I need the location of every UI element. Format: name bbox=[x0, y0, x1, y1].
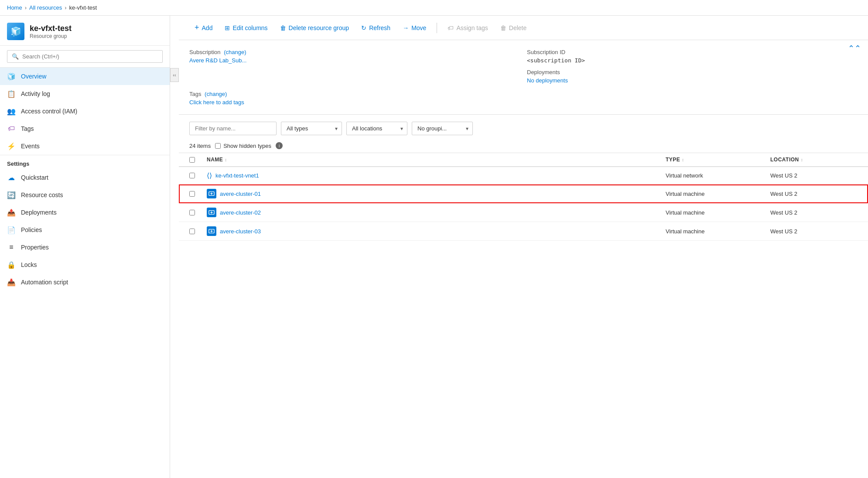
row-type: Virtual network bbox=[666, 172, 770, 179]
all-types-select-wrapper: All types bbox=[281, 122, 342, 135]
sidebar-item-access-control[interactable]: 👥 Access control (IAM) bbox=[0, 102, 170, 120]
row-type: Virtual machine bbox=[666, 228, 770, 235]
vm-icon bbox=[207, 226, 216, 236]
tags-add-link[interactable]: Click here to add tags bbox=[189, 99, 858, 106]
row-location: West US 2 bbox=[770, 209, 858, 216]
edit-columns-icon: ⊞ bbox=[225, 24, 230, 31]
row-name[interactable]: ⟨⟩ke-vfxt-test-vnet1 bbox=[207, 171, 666, 180]
move-button[interactable]: → Move bbox=[397, 21, 431, 34]
filter-name-input[interactable] bbox=[189, 122, 277, 135]
policies-icon: 📄 bbox=[7, 225, 16, 234]
row-name[interactable]: avere-cluster-02 bbox=[207, 208, 666, 217]
row-type: Virtual machine bbox=[666, 209, 770, 216]
events-icon: ⚡ bbox=[7, 142, 16, 150]
deployments-value[interactable]: No deployments bbox=[527, 77, 858, 84]
table-row: avere-cluster-02Virtual machineWest US 2 bbox=[179, 203, 868, 222]
automation-icon: 📥 bbox=[7, 278, 16, 287]
sidebar-search-container: 🔍 bbox=[0, 46, 170, 68]
sidebar-item-resource-costs[interactable]: 🔄 Resource costs bbox=[0, 186, 170, 204]
info-panel-collapse[interactable]: ⌃⌃ bbox=[848, 44, 861, 53]
sidebar-item-deployments[interactable]: 📤 Deployments bbox=[0, 204, 170, 221]
row-select-checkbox[interactable] bbox=[189, 210, 195, 215]
delete-rg-button[interactable]: 🗑 Delete resource group bbox=[275, 21, 355, 34]
sidebar-item-tags[interactable]: 🏷 Tags bbox=[0, 120, 170, 137]
table-row: avere-cluster-01Virtual machineWest US 2 bbox=[179, 184, 868, 203]
row-name-text: avere-cluster-02 bbox=[220, 209, 261, 216]
sidebar-item-quickstart-label: Quickstart bbox=[21, 174, 48, 181]
toolbar: + Add ⊞ Edit columns 🗑 Delete resource g… bbox=[179, 16, 868, 40]
delete-button[interactable]: 🗑 Delete bbox=[495, 21, 532, 34]
name-sort-icon[interactable]: ↕ bbox=[225, 157, 227, 162]
breadcrumb-home[interactable]: Home bbox=[7, 4, 22, 11]
table-header: NAME ↕ TYPE ↕ LOCATION ↕ bbox=[179, 153, 868, 167]
add-icon: + bbox=[195, 23, 199, 32]
tags-change-link[interactable]: (change) bbox=[205, 91, 227, 97]
sidebar-item-deployments-label: Deployments bbox=[21, 209, 57, 216]
sidebar-item-policies[interactable]: 📄 Policies bbox=[0, 221, 170, 239]
filter-bar: All types All locations No groupi... bbox=[179, 115, 868, 139]
sidebar-collapse-button[interactable]: ‹‹ bbox=[170, 68, 179, 82]
iam-icon: 👥 bbox=[7, 107, 16, 116]
location-sort-icon[interactable]: ↕ bbox=[801, 157, 803, 162]
breadcrumb-all-resources[interactable]: All resources bbox=[29, 4, 62, 11]
resource-table: NAME ↕ TYPE ↕ LOCATION ↕ ⟨⟩ke-vfxt-test-… bbox=[179, 153, 868, 478]
row-name[interactable]: avere-cluster-03 bbox=[207, 226, 666, 236]
deployments-label: Deployments bbox=[527, 69, 858, 75]
sidebar-item-events[interactable]: ⚡ Events bbox=[0, 137, 170, 155]
sidebar-item-automation-script[interactable]: 📥 Automation script bbox=[0, 273, 170, 291]
col-header-name: NAME ↕ bbox=[207, 157, 666, 163]
table-row: ⟨⟩ke-vfxt-test-vnet1Virtual networkWest … bbox=[179, 167, 868, 184]
breadcrumb: Home › All resources › ke-vfxt-test bbox=[0, 0, 868, 16]
items-row: 24 items Show hidden types i bbox=[179, 139, 868, 153]
refresh-button[interactable]: ↻ Refresh bbox=[356, 21, 396, 34]
content-area: + Add ⊞ Edit columns 🗑 Delete resource g… bbox=[179, 16, 868, 478]
hidden-types-info-icon[interactable]: i bbox=[276, 142, 283, 149]
toolbar-divider bbox=[437, 23, 437, 33]
assign-tags-button[interactable]: 🏷 Assign tags bbox=[442, 21, 493, 34]
subscription-value[interactable]: Avere R&D Lab_Sub... bbox=[189, 57, 520, 64]
subscription-label: Subscription (change) bbox=[189, 49, 520, 55]
search-box: 🔍 bbox=[7, 50, 163, 63]
select-all-checkbox[interactable] bbox=[189, 157, 195, 163]
subscription-change-link[interactable]: (change) bbox=[224, 49, 246, 55]
info-left: Subscription (change) Avere R&D Lab_Sub.… bbox=[189, 49, 520, 84]
row-name-text: ke-vfxt-test-vnet1 bbox=[215, 172, 259, 179]
nav-menu: 🧊 Overview 📋 Activity log 👥 Access contr… bbox=[0, 68, 170, 155]
info-right: Subscription ID <subscription ID> Deploy… bbox=[527, 49, 858, 84]
row-name-text: avere-cluster-01 bbox=[220, 191, 261, 197]
row-name[interactable]: avere-cluster-01 bbox=[207, 189, 666, 198]
search-input[interactable] bbox=[22, 53, 158, 60]
breadcrumb-current: ke-vfxt-test bbox=[69, 4, 97, 11]
all-locations-select[interactable]: All locations bbox=[346, 122, 407, 135]
delete-rg-icon: 🗑 bbox=[280, 24, 286, 31]
settings-menu: ☁ Quickstart 🔄 Resource costs 📤 Deployme… bbox=[0, 169, 170, 291]
sidebar-item-properties[interactable]: ≡ Properties bbox=[0, 239, 170, 256]
row-select-checkbox[interactable] bbox=[189, 191, 195, 197]
sidebar-item-activity-log-label: Activity log bbox=[21, 90, 50, 97]
row-checkbox bbox=[189, 229, 207, 234]
refresh-icon: ↻ bbox=[361, 24, 366, 31]
breadcrumb-sep2: › bbox=[65, 4, 66, 11]
row-select-checkbox[interactable] bbox=[189, 173, 195, 178]
sidebar-item-quickstart[interactable]: ☁ Quickstart bbox=[0, 169, 170, 186]
add-button[interactable]: + Add bbox=[189, 20, 218, 35]
edit-columns-button[interactable]: ⊞ Edit columns bbox=[219, 21, 273, 34]
subscription-id-value: <subscription ID> bbox=[527, 57, 858, 64]
row-type: Virtual machine bbox=[666, 191, 770, 197]
properties-icon: ≡ bbox=[7, 243, 16, 252]
sidebar-item-overview[interactable]: 🧊 Overview bbox=[0, 68, 170, 85]
sidebar: 🧊 ke-vfxt-test Resource group 🔍 🧊 Overvi… bbox=[0, 16, 170, 478]
sidebar-item-locks[interactable]: 🔒 Locks bbox=[0, 256, 170, 273]
row-select-checkbox[interactable] bbox=[189, 229, 195, 234]
sidebar-item-activity-log[interactable]: 📋 Activity log bbox=[0, 85, 170, 102]
subscription-id-row: Subscription ID <subscription ID> bbox=[527, 49, 858, 64]
all-types-select[interactable]: All types bbox=[281, 122, 342, 135]
show-hidden-checkbox[interactable] bbox=[215, 143, 221, 149]
all-locations-select-wrapper: All locations bbox=[346, 122, 407, 135]
tags-info-row: Tags (change) Click here to add tags bbox=[189, 91, 858, 106]
show-hidden-label[interactable]: Show hidden types bbox=[215, 143, 271, 149]
sidebar-item-overview-label: Overview bbox=[21, 73, 46, 80]
type-sort-icon[interactable]: ↕ bbox=[682, 157, 684, 162]
sidebar-header: 🧊 ke-vfxt-test Resource group bbox=[0, 16, 170, 46]
grouping-select[interactable]: No groupi... bbox=[412, 122, 473, 135]
